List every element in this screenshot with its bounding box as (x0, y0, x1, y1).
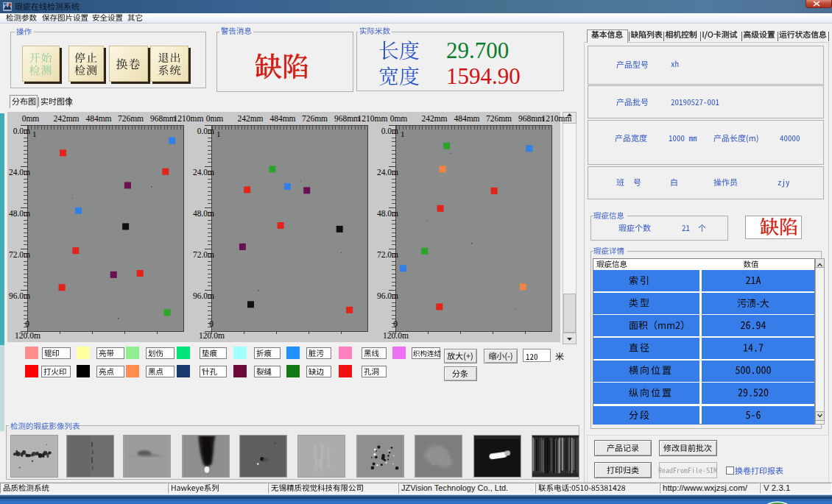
svg-text:726mm: 726mm (486, 114, 512, 123)
svg-text:484mm: 484mm (454, 114, 479, 123)
svg-text:120.0m: 120.0m (15, 331, 40, 340)
svg-text:72.0m: 72.0m (377, 250, 398, 259)
svg-text:0: 0 (393, 319, 398, 328)
svg-text:484mm: 484mm (269, 114, 295, 123)
svg-text:29.700: 29.700 (446, 38, 509, 63)
svg-text:72.0m: 72.0m (193, 250, 214, 259)
svg-text:242mm: 242mm (421, 114, 447, 123)
svg-text:1594.90: 1594.90 (446, 63, 521, 89)
svg-text:968mm: 968mm (518, 114, 544, 123)
svg-text:96.0m: 96.0m (9, 291, 30, 300)
svg-text:120.0m: 120.0m (199, 331, 225, 340)
svg-text:0mm: 0mm (390, 114, 408, 123)
svg-text:0mm: 0mm (206, 114, 224, 123)
svg-text:24.0m: 24.0m (193, 168, 214, 177)
svg-text:726mm: 726mm (118, 114, 144, 123)
svg-text:1: 1 (401, 129, 405, 138)
svg-text:0: 0 (25, 319, 29, 328)
svg-text:242mm: 242mm (237, 114, 263, 123)
svg-text:0.0m: 0.0m (197, 127, 214, 135)
svg-text:120.0m: 120.0m (383, 331, 409, 340)
svg-text:96.0m: 96.0m (377, 291, 398, 300)
svg-text:1: 1 (216, 129, 221, 138)
svg-text:JZVision Technology Co., Ltd.: JZVision Technology Co., Ltd. (401, 483, 508, 492)
svg-text:96.0m: 96.0m (193, 291, 214, 300)
svg-text:1210mm: 1210mm (358, 114, 388, 123)
svg-text:0: 0 (209, 319, 214, 328)
svg-text:968mm: 968mm (150, 114, 176, 123)
svg-text:72.0m: 72.0m (9, 250, 30, 259)
svg-text:1: 1 (32, 129, 37, 138)
svg-text:0.0m: 0.0m (381, 127, 398, 135)
svg-text:24.0m: 24.0m (377, 168, 398, 177)
svg-text:726mm: 726mm (302, 114, 328, 123)
svg-text:http://www.wxjzsj.com/: http://www.wxjzsj.com/ (663, 483, 748, 492)
svg-text:1210mm: 1210mm (542, 114, 572, 123)
svg-text:V 2.3.1: V 2.3.1 (764, 483, 790, 492)
svg-text:484mm: 484mm (85, 114, 111, 123)
svg-text:968mm: 968mm (334, 114, 360, 123)
svg-text:1210mm: 1210mm (174, 114, 204, 123)
svg-text:48.0m: 48.0m (377, 209, 398, 218)
svg-text:242mm: 242mm (53, 114, 79, 123)
svg-text:0mm: 0mm (22, 114, 40, 123)
svg-text:48.0m: 48.0m (193, 209, 214, 218)
svg-text:48.0m: 48.0m (9, 209, 30, 218)
svg-text:0.0m: 0.0m (13, 127, 30, 135)
svg-text:24.0m: 24.0m (9, 168, 30, 177)
